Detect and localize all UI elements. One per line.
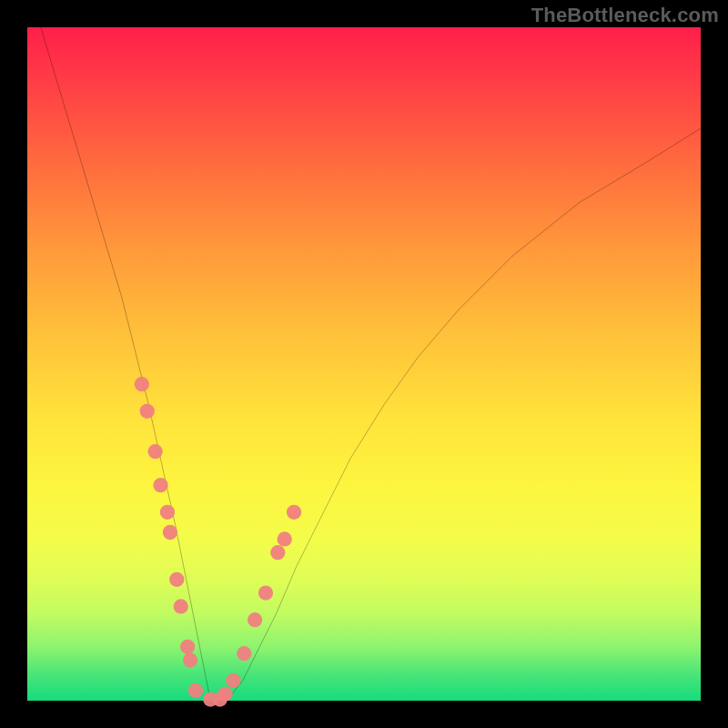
- data-marker: [180, 640, 195, 654]
- data-marker: [217, 686, 232, 701]
- data-marker: [163, 525, 177, 540]
- chart-frame: TheBottleneck.com: [0, 0, 728, 728]
- bottleneck-curve: [41, 27, 701, 701]
- chart-overlay: [27, 27, 701, 701]
- data-marker: [226, 673, 240, 688]
- data-marker: [278, 531, 292, 546]
- data-marker: [183, 652, 197, 667]
- data-marker: [188, 683, 203, 698]
- data-markers: [135, 377, 302, 707]
- data-marker: [140, 404, 155, 419]
- data-marker: [153, 478, 167, 492]
- data-marker: [270, 545, 285, 560]
- data-marker: [237, 646, 251, 661]
- data-marker: [135, 377, 149, 391]
- data-marker: [147, 444, 162, 459]
- data-marker: [287, 505, 301, 520]
- data-marker: [174, 599, 188, 613]
- watermark-text: TheBottleneck.com: [531, 4, 719, 27]
- data-marker: [169, 572, 184, 587]
- data-marker: [248, 612, 262, 627]
- data-marker: [160, 505, 175, 520]
- data-marker: [258, 585, 273, 600]
